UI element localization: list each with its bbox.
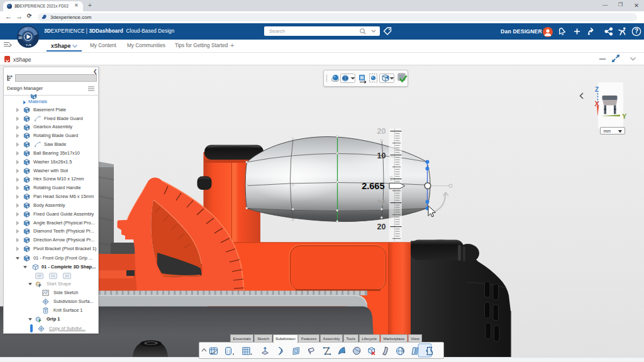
svg-text:V+R: V+R xyxy=(26,43,31,47)
svg-text:?: ? xyxy=(635,28,638,35)
svg-text:3D: 3D xyxy=(18,36,23,40)
svg-text:0: 0 xyxy=(389,175,393,182)
svg-text:Z: Z xyxy=(595,86,599,93)
svg-text:¾: ¾ xyxy=(25,28,27,31)
svg-text:Y: Y xyxy=(622,112,627,120)
svg-text:20: 20 xyxy=(377,222,386,231)
svg-text:2.665: 2.665 xyxy=(362,181,384,191)
svg-text:10: 10 xyxy=(377,151,386,160)
svg-text:10: 10 xyxy=(377,199,386,207)
svg-text:20: 20 xyxy=(377,127,386,136)
